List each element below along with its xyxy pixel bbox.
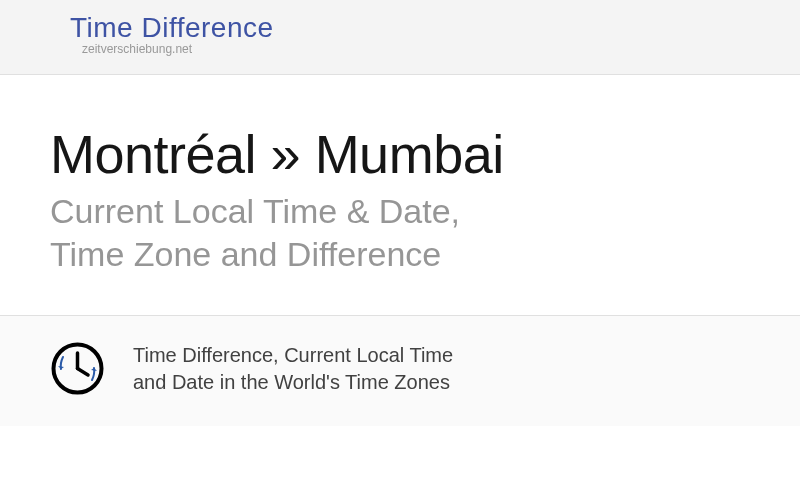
page-subtitle: Current Local Time & Date, Time Zone and… (50, 190, 750, 275)
clock-icon (50, 341, 105, 396)
page-title: Montréal » Mumbai (50, 125, 750, 184)
footer-tagline: Time Difference, Current Local Time and … (133, 342, 453, 396)
footer-line-2: and Date in the World's Time Zones (133, 371, 450, 393)
footer-line-1: Time Difference, Current Local Time (133, 344, 453, 366)
footer-section: Time Difference, Current Local Time and … (0, 315, 800, 426)
svg-line-2 (78, 369, 89, 376)
site-subtitle: zeitverschiebung.net (82, 42, 800, 56)
subtitle-line-1: Current Local Time & Date, (50, 192, 460, 230)
subtitle-line-2: Time Zone and Difference (50, 235, 441, 273)
site-title[interactable]: Time Difference (70, 12, 800, 44)
main-content: Montréal » Mumbai Current Local Time & D… (0, 75, 800, 315)
site-header: Time Difference zeitverschiebung.net (0, 0, 800, 75)
